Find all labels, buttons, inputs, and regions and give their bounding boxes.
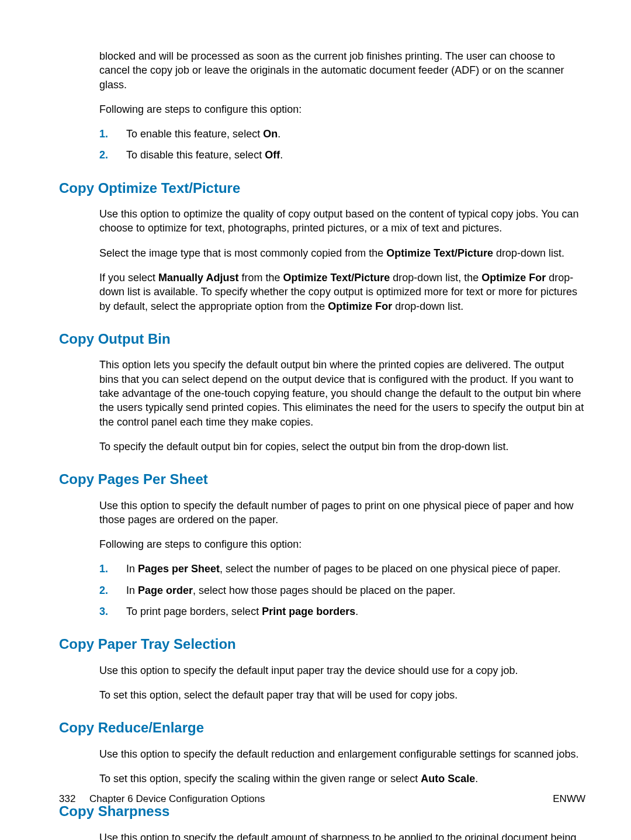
section-body: Use this option to specify the default r… <box>99 747 585 786</box>
list-text: To enable this feature, select <box>126 128 263 140</box>
section-heading-copy-output-bin: Copy Output Bin <box>59 330 585 348</box>
list-text: , select the number of pages to be place… <box>220 563 560 575</box>
text: drop-down list, the <box>390 272 481 284</box>
section-body: This option lets you specify the default… <box>99 358 585 454</box>
bold-text: Optimize Text/Picture <box>386 247 493 259</box>
chapter-title: Chapter 6 Device Configuration Options <box>89 793 265 804</box>
paragraph: To set this option, select the default p… <box>99 688 585 702</box>
paragraph: To set this option, specify the scaling … <box>99 772 585 786</box>
bold-text: Manually Adjust <box>158 272 238 284</box>
text: . <box>475 773 478 784</box>
ordered-list: 1. In Pages per Sheet, select the number… <box>99 562 585 618</box>
section-heading-copy-pages-per-sheet: Copy Pages Per Sheet <box>59 470 585 489</box>
list-number: 2. <box>99 148 108 162</box>
paragraph: Use this option to specify the default i… <box>99 663 585 677</box>
bold-text: Print page borders <box>262 606 355 617</box>
page: blocked and will be processed as soon as… <box>0 0 631 840</box>
footer-right: ENWW <box>553 793 585 806</box>
paragraph: Select the image type that is most commo… <box>99 246 585 260</box>
paragraph: This option lets you specify the default… <box>99 358 585 428</box>
ordered-list: 1. To enable this feature, select On. 2.… <box>99 127 585 163</box>
list-number: 1. <box>99 562 108 576</box>
list-item: 2. In Page order, select how those pages… <box>126 583 585 597</box>
list-text: To disable this feature, select <box>126 149 265 161</box>
text: from the <box>238 272 283 284</box>
list-item: 3. To print page borders, select Print p… <box>126 604 585 618</box>
list-item: 2. To disable this feature, select Off. <box>126 148 585 162</box>
text: To set this option, specify the scaling … <box>99 773 421 784</box>
bold-text: Optimize Text/Picture <box>283 272 390 284</box>
page-number: 332 <box>59 793 75 804</box>
section-body: Use this option to optimize the quality … <box>99 207 585 313</box>
text: drop-down list. <box>392 300 463 312</box>
paragraph: Use this option to specify the default r… <box>99 747 585 761</box>
bold-text: Pages per Sheet <box>138 563 220 575</box>
list-text: . <box>355 606 358 617</box>
text: Select the image type that is most commo… <box>99 247 386 259</box>
page-footer: 332 Chapter 6 Device Configuration Optio… <box>59 793 585 806</box>
bold-text: Page order <box>138 585 193 596</box>
footer-left: 332 Chapter 6 Device Configuration Optio… <box>59 793 265 806</box>
bold-text: Optimize For <box>328 300 392 312</box>
list-number: 3. <box>99 604 108 618</box>
list-text: . <box>280 149 283 161</box>
list-text: In <box>126 585 138 596</box>
bold-text: Auto Scale <box>421 773 475 784</box>
paragraph: Following are steps to configure this op… <box>99 537 585 551</box>
bold-text: Optimize For <box>481 272 546 284</box>
list-number: 1. <box>99 127 108 141</box>
paragraph: Use this option to specify the default a… <box>99 831 585 840</box>
section-heading-copy-reduce-enlarge: Copy Reduce/Enlarge <box>59 718 585 737</box>
list-text: To print page borders, select <box>126 606 262 617</box>
paragraph: Following are steps to configure this op… <box>99 102 585 116</box>
text: If you select <box>99 272 158 284</box>
section-heading-copy-optimize: Copy Optimize Text/Picture <box>59 179 585 198</box>
paragraph: Use this option to specify the default n… <box>99 499 585 527</box>
section-body: Use this option to specify the default i… <box>99 663 585 703</box>
bold-text: Off <box>265 149 280 161</box>
list-text: In <box>126 563 138 575</box>
list-item: 1. To enable this feature, select On. <box>126 127 585 141</box>
list-text: . <box>278 128 280 140</box>
list-number: 2. <box>99 583 108 597</box>
paragraph: To specify the default output bin for co… <box>99 440 585 454</box>
paragraph: If you select Manually Adjust from the O… <box>99 271 585 313</box>
intro-block: blocked and will be processed as soon as… <box>99 49 585 163</box>
section-body: Use this option to specify the default a… <box>99 831 585 840</box>
bold-text: On <box>263 128 278 140</box>
section-body: Use this option to specify the default n… <box>99 499 585 619</box>
list-text: , select how those pages should be place… <box>193 585 455 596</box>
paragraph: Use this option to optimize the quality … <box>99 207 585 236</box>
section-heading-copy-paper-tray: Copy Paper Tray Selection <box>59 635 585 654</box>
list-item: 1. In Pages per Sheet, select the number… <box>126 562 585 576</box>
paragraph: blocked and will be processed as soon as… <box>99 49 585 92</box>
text: drop-down list. <box>493 247 564 259</box>
